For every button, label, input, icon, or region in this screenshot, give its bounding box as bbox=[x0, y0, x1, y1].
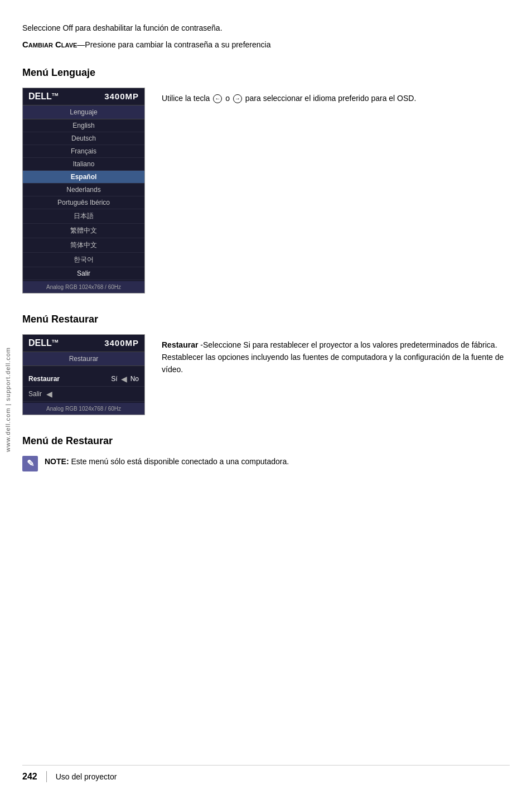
restaurar-arrow-icon: ◀ bbox=[121, 374, 127, 383]
dell-logo: DELLTM bbox=[28, 92, 58, 102]
osd-item-trad-chinese[interactable]: 繁體中文 bbox=[23, 224, 144, 238]
osd-row-restaurar[interactable]: Restaurar Sí ◀ No bbox=[23, 372, 144, 387]
restaurar-row-label: Restaurar bbox=[28, 375, 60, 383]
restaurar-de-heading: Menú de Restaurar bbox=[22, 435, 510, 447]
note-icon-pencil: ✎ bbox=[27, 458, 34, 469]
restaurar-desc-rest: -Seleccione Si para restablecer el proye… bbox=[162, 340, 504, 374]
lenguaje-menu-section: DELLTM 3400MP Lenguaje English Deutsch F… bbox=[22, 88, 510, 293]
si-label: Sí bbox=[111, 375, 117, 383]
cambiar-clave-line: Cambiar Clave—Presione para cambiar la c… bbox=[22, 38, 510, 51]
osd-item-japanese[interactable]: 日本語 bbox=[23, 209, 144, 224]
osd-item-nederlands[interactable]: Nederlands bbox=[23, 184, 144, 196]
lenguaje-heading: Menú Lenguaje bbox=[22, 67, 510, 79]
osd-footer-lenguaje: Analog RGB 1024x768 / 60Hz bbox=[23, 281, 144, 293]
cambiar-clave-label: Cambiar Clave bbox=[22, 40, 77, 49]
note-section: ✎ NOTE: Este menú sólo está disponible c… bbox=[22, 456, 510, 471]
osd-section-title-restaurar: Restaurar bbox=[23, 352, 144, 366]
osd-item-espanol[interactable]: Español bbox=[23, 171, 144, 184]
dell-logo-restaurar: DELLTM bbox=[28, 338, 58, 348]
osd-model-lenguaje: 3400MP bbox=[104, 92, 139, 101]
osd-item-salir-lenguaje[interactable]: Salir bbox=[23, 267, 144, 280]
lenguaje-description: Utilice la tecla ← o → para seleccionar … bbox=[162, 88, 510, 293]
osd-item-italiano[interactable]: Italiano bbox=[23, 158, 144, 171]
note-label: NOTE: bbox=[45, 457, 69, 466]
osd-footer-restaurar: Analog RGB 1024x768 / 60Hz bbox=[23, 403, 144, 415]
osd-section-title-lenguaje: Lenguaje bbox=[23, 105, 144, 119]
restaurar-desc-bold: Restaurar bbox=[162, 340, 198, 349]
restaurar-osd-menu: DELLTM 3400MP Restaurar Restaurar Sí ◀ N… bbox=[22, 334, 145, 415]
note-text: NOTE: Este menú sólo está disponible con… bbox=[45, 456, 289, 468]
page-footer: 242 Uso del proyector bbox=[22, 765, 510, 782]
arrow-left-icon: ← bbox=[213, 94, 222, 103]
footer-divider bbox=[46, 771, 47, 782]
restaurar-heading: Menú Restaurar bbox=[22, 314, 510, 325]
note-content: Este menú sólo está disponible conectado… bbox=[71, 457, 289, 466]
osd-item-deutsch[interactable]: Deutsch bbox=[23, 132, 144, 145]
note-icon: ✎ bbox=[22, 456, 38, 471]
cambiar-clave-suffix: —Presione para cambiar la contraseña a s… bbox=[77, 40, 270, 49]
restaurar-description: Restaurar -Seleccione Si para restablece… bbox=[162, 334, 510, 415]
salir-label: Salir bbox=[28, 390, 42, 398]
intro-line1: Seleccione Off para deshabilitar la func… bbox=[22, 22, 510, 34]
osd-item-portugues[interactable]: Português Ibérico bbox=[23, 196, 144, 209]
no-label: No bbox=[130, 375, 139, 383]
lenguaje-desc-pre: Utilice la tecla bbox=[162, 94, 210, 103]
osd-item-english[interactable]: English bbox=[23, 119, 144, 132]
restaurar-osd-header: DELLTM 3400MP bbox=[23, 335, 144, 352]
restaurar-row-options: Sí ◀ No bbox=[111, 374, 139, 383]
restaurar-menu-section: DELLTM 3400MP Restaurar Restaurar Sí ◀ N… bbox=[22, 334, 510, 415]
arrow-right-icon: → bbox=[233, 94, 242, 103]
page-number: 242 bbox=[22, 772, 37, 782]
osd-item-simp-chinese[interactable]: 简体中文 bbox=[23, 238, 144, 253]
osd-row-salir-restaurar[interactable]: Salir ◀ bbox=[23, 387, 144, 402]
lenguaje-desc-mid: o bbox=[225, 94, 230, 103]
lenguaje-osd-header: DELLTM 3400MP bbox=[23, 88, 144, 105]
osd-item-francais[interactable]: Français bbox=[23, 145, 144, 158]
sidebar: www.dell.com | support.dell.com bbox=[0, 0, 16, 799]
lenguaje-osd-menu: DELLTM 3400MP Lenguaje English Deutsch F… bbox=[22, 88, 145, 293]
lenguaje-osd-box: DELLTM 3400MP Lenguaje English Deutsch F… bbox=[22, 88, 145, 293]
main-content: Seleccione Off para deshabilitar la func… bbox=[22, 0, 510, 471]
sidebar-text: www.dell.com | support.dell.com bbox=[4, 347, 11, 452]
salir-arrow: ◀ bbox=[46, 389, 52, 398]
lenguaje-desc-end: para seleccionar el idioma preferido par… bbox=[245, 94, 417, 103]
footer-text: Uso del proyector bbox=[56, 772, 117, 781]
osd-model-restaurar: 3400MP bbox=[104, 338, 139, 348]
osd-item-korean[interactable]: 한국어 bbox=[23, 253, 144, 267]
restaurar-osd-box: DELLTM 3400MP Restaurar Restaurar Sí ◀ N… bbox=[22, 334, 145, 415]
